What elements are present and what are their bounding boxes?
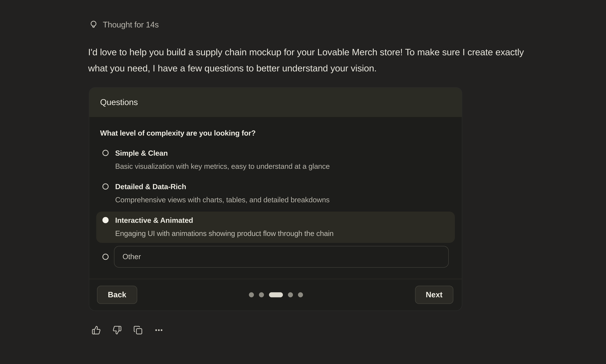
- thumbs-up-icon: [92, 325, 101, 335]
- option-interactive-animated[interactable]: Interactive & Animated Engaging UI with …: [96, 212, 455, 243]
- option-simple-clean[interactable]: Simple & Clean Basic visualization with …: [96, 144, 455, 176]
- lightbulb-icon: [89, 20, 98, 29]
- option-label: Detailed & Data-Rich: [115, 182, 330, 192]
- card-title: Questions: [100, 97, 138, 107]
- pagination-dot-2: [259, 292, 264, 298]
- option-description: Basic visualization with key metrics, ea…: [115, 161, 330, 172]
- thumbs-down-button[interactable]: [112, 325, 122, 335]
- option-content: Interactive & Animated Engaging UI with …: [115, 215, 334, 239]
- question-text: What level of complexity are you looking…: [100, 128, 451, 138]
- radio-unselected-icon[interactable]: [102, 254, 109, 260]
- radio-unselected-icon[interactable]: [102, 183, 109, 190]
- copy-button[interactable]: [133, 325, 143, 335]
- pagination-indicator: [249, 292, 303, 298]
- option-content: Simple & Clean Basic visualization with …: [115, 148, 330, 172]
- thought-duration-toggle[interactable]: Thought for 14s: [89, 20, 159, 29]
- next-button[interactable]: Next: [415, 286, 453, 304]
- other-option-input[interactable]: [114, 246, 449, 268]
- thumbs-down-icon: [112, 325, 122, 335]
- message-actions: [92, 325, 163, 335]
- ellipsis-icon: [154, 325, 163, 335]
- option-label: Interactive & Animated: [115, 215, 334, 225]
- back-button[interactable]: Back: [97, 286, 137, 304]
- pagination-dot-1: [249, 292, 254, 298]
- questions-card: Questions What level of complexity are y…: [89, 87, 462, 311]
- questions-card-footer: Back Next: [89, 279, 462, 311]
- radio-unselected-icon[interactable]: [102, 150, 109, 156]
- copy-icon: [133, 325, 143, 335]
- more-options-button[interactable]: [154, 325, 163, 335]
- option-description: Engaging UI with animations showing prod…: [115, 228, 334, 239]
- pagination-dot-4: [288, 292, 293, 298]
- option-label: Simple & Clean: [115, 148, 330, 158]
- option-description: Comprehensive views with charts, tables,…: [115, 195, 330, 205]
- pagination-dot-3-active: [269, 292, 283, 298]
- option-content: Detailed & Data-Rich Comprehensive views…: [115, 182, 330, 206]
- option-other[interactable]: [96, 245, 455, 268]
- radio-selected-icon[interactable]: [102, 217, 109, 223]
- questions-card-header: Questions: [89, 88, 462, 117]
- thumbs-up-button[interactable]: [92, 325, 101, 335]
- assistant-message-text: I'd love to help you build a supply chai…: [88, 44, 543, 76]
- chat-message-view: Thought for 14s I'd love to help you bui…: [0, 0, 606, 364]
- questions-card-body: What level of complexity are you looking…: [89, 117, 462, 268]
- thought-duration-label: Thought for 14s: [103, 20, 159, 29]
- pagination-dot-5: [298, 292, 303, 298]
- option-detailed-data-rich[interactable]: Detailed & Data-Rich Comprehensive views…: [96, 178, 455, 209]
